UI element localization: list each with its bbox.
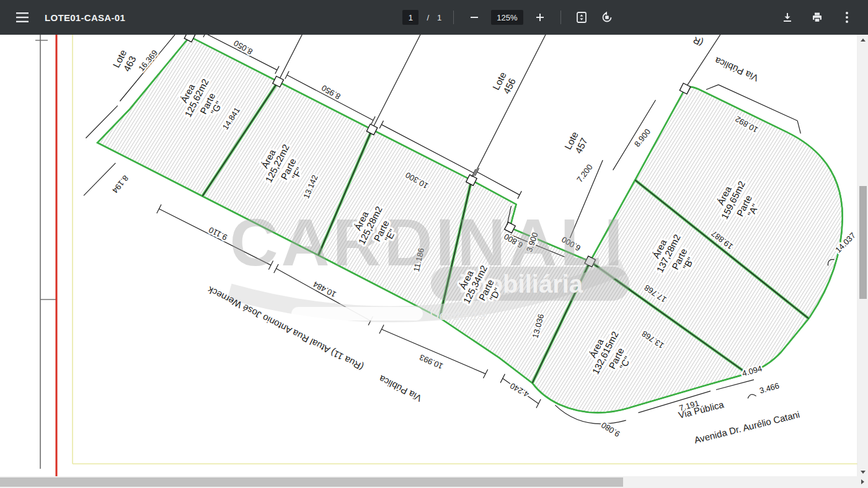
page-number-input[interactable]: 1 xyxy=(402,10,418,25)
dimension-label: 16.369 xyxy=(136,48,159,73)
dimension-label: 8.050 xyxy=(232,38,254,56)
rotate-icon[interactable] xyxy=(598,9,616,26)
dimension-label: 7.200 xyxy=(575,162,595,184)
horizontal-scrollbar[interactable] xyxy=(0,476,868,488)
scroll-down-arrow[interactable] xyxy=(861,471,866,474)
dimension-label: 9.110 xyxy=(207,225,229,242)
toolbar-divider xyxy=(453,11,454,24)
street-label-fragment: (R xyxy=(691,35,705,48)
watermark-brand: CARDINALI xyxy=(230,205,626,280)
toolbar-divider xyxy=(560,11,561,24)
zoom-in-icon[interactable] xyxy=(531,9,549,26)
page-total: 1 xyxy=(437,13,441,22)
scroll-right-arrow[interactable] xyxy=(861,479,864,484)
pdf-viewer-toolbar: LOTE01-CASA-01 1 / 1 125% xyxy=(0,0,868,35)
lote-463-label: Lote 463 xyxy=(111,48,139,74)
dimension-label: 10.484 xyxy=(311,280,337,299)
menu-icon[interactable] xyxy=(14,9,31,26)
horizontal-scrollbar-thumb[interactable] xyxy=(0,477,623,487)
street-label-via-publica-top: Via Pública xyxy=(713,55,760,84)
page-separator: / xyxy=(427,13,429,22)
dimension-label: 8.900 xyxy=(632,127,652,149)
street-label-rua: Via Pública xyxy=(377,373,423,404)
pdf-page-canvas: 8.050 8.950 10.300 16.369 8.194 14.841 1… xyxy=(0,35,868,488)
zoom-level: 125% xyxy=(491,10,523,25)
dimension-label: 10.993 xyxy=(418,353,444,371)
scroll-up-arrow[interactable] xyxy=(861,38,866,42)
dimension-label: 8.194 xyxy=(110,174,130,195)
lote-456-label: Lote 456 xyxy=(490,70,518,97)
fit-page-icon[interactable] xyxy=(573,9,590,26)
dimension-label: 4.240 xyxy=(508,381,531,399)
document-title: LOTE01-CASA-01 xyxy=(45,12,125,23)
download-icon[interactable] xyxy=(779,9,796,26)
print-icon[interactable] xyxy=(808,9,826,26)
vertical-scrollbar[interactable] xyxy=(858,35,868,477)
zoom-out-icon[interactable] xyxy=(466,9,483,26)
watermark-tagline: Desde 19 xyxy=(430,308,485,322)
svg-text:3.466: 3.466 xyxy=(758,381,780,395)
dimension-label: 3.466 xyxy=(745,381,780,399)
vertical-scrollbar-thumb[interactable] xyxy=(859,186,867,299)
more-options-icon[interactable] xyxy=(838,9,856,26)
lote-457-label: Lote 457 xyxy=(562,130,590,156)
street-label-avenida: Avenida Dr. Aurélio Catani xyxy=(693,409,801,445)
